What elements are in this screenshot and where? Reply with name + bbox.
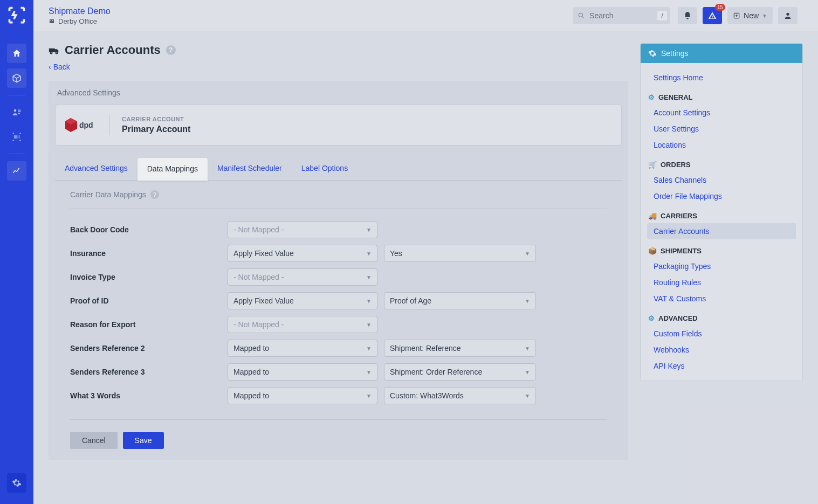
svg-rect-5 (51, 20, 52, 22)
search-icon (578, 12, 585, 19)
select-back-door[interactable]: - Not Mapped -▼ (228, 221, 377, 238)
nav-barcode[interactable] (7, 127, 26, 147)
select-sref2-2[interactable]: Shipment: Reference▼ (384, 340, 536, 357)
select-sref2-1[interactable]: Mapped to▼ (228, 340, 377, 357)
chevron-down-icon: ▼ (366, 369, 372, 375)
carrier-card: dpd CARRIER ACCOUNT Primary Account (55, 105, 622, 146)
select-insurance-2[interactable]: Yes▼ (384, 245, 536, 262)
chevron-down-icon: ▼ (366, 346, 372, 351)
nav-package[interactable] (7, 68, 26, 88)
svg-rect-8 (712, 16, 712, 17)
field-label-insurance: Insurance (70, 249, 228, 258)
chevron-down-icon: ▼ (525, 393, 530, 399)
advanced-settings-panel: Advanced Settings dpd CARRIER ACCOUNT Pr… (49, 81, 628, 460)
nav-users[interactable] (7, 102, 26, 122)
select-proof-1[interactable]: Apply Fixed Value▼ (228, 292, 377, 309)
carrier-name: Primary Account (122, 125, 190, 134)
user-menu[interactable] (778, 7, 798, 24)
svg-point-12 (50, 52, 52, 53)
chevron-down-icon: ▼ (366, 274, 372, 280)
link-custom-fields[interactable]: Custom Fields (641, 326, 802, 342)
dpd-logo: dpd (65, 116, 98, 134)
link-account-settings[interactable]: Account Settings (641, 105, 802, 121)
nav-settings[interactable] (7, 473, 26, 493)
chevron-down-icon: ▼ (366, 322, 372, 328)
tab-data-mappings[interactable]: Data Mappings (138, 158, 208, 181)
svg-point-7 (579, 13, 582, 17)
notifications-button[interactable] (678, 7, 697, 24)
section-title: Carrier Data Mappings ? (70, 190, 607, 199)
nav-analytics[interactable] (7, 161, 26, 181)
panel-title: Advanced Settings (49, 81, 628, 105)
search-input[interactable] (573, 7, 670, 24)
svg-rect-2 (18, 112, 20, 113)
link-settings-home[interactable]: Settings Home (641, 70, 802, 86)
link-api-keys[interactable]: API Keys (641, 358, 802, 374)
settings-panel: Settings Settings Home ⚙GENERAL Account … (640, 43, 803, 381)
select-reason[interactable]: - Not Mapped -▼ (228, 316, 377, 333)
select-w3w-2[interactable]: Custom: What3Words▼ (384, 387, 536, 404)
field-label-w3w: What 3 Words (70, 391, 228, 400)
building-icon (49, 18, 55, 24)
cancel-button[interactable]: Cancel (70, 432, 118, 449)
link-order-file-mappings[interactable]: Order File Mappings (641, 188, 802, 204)
search-kbd: / (657, 11, 667, 20)
field-label-invoice: Invoice Type (70, 273, 228, 281)
link-locations[interactable]: Locations (641, 137, 802, 153)
help-icon[interactable]: ? (166, 45, 176, 55)
gear-icon (648, 49, 657, 58)
gear-icon: ⚙ (648, 93, 655, 101)
chevron-down-icon: ▼ (366, 393, 372, 399)
link-sales-channels[interactable]: Sales Channels (641, 172, 802, 188)
nav-home[interactable] (7, 44, 26, 63)
chevron-down-icon: ▼ (525, 298, 530, 304)
cart-icon: 🛒 (648, 161, 657, 169)
location-label: Derby Office (58, 17, 97, 25)
chevron-down-icon: ▼ (366, 298, 372, 304)
link-user-settings[interactable]: User Settings (641, 121, 802, 137)
select-proof-2[interactable]: Proof of Age▼ (384, 292, 536, 309)
link-vat-customs[interactable]: VAT & Customs (641, 291, 802, 307)
save-button[interactable]: Save (123, 432, 164, 449)
chevron-down-icon: ▼ (366, 227, 372, 233)
svg-text:dpd: dpd (79, 121, 93, 129)
link-routing-rules[interactable]: Routing Rules (641, 274, 802, 291)
tabs: Advanced Settings Data Mappings Manifest… (55, 157, 622, 181)
link-carrier-accounts[interactable]: Carrier Accounts (647, 223, 796, 239)
chevron-down-icon: ▼ (366, 251, 372, 257)
select-insurance-1[interactable]: Apply Fixed Value▼ (228, 245, 377, 262)
tab-advanced-settings[interactable]: Advanced Settings (55, 157, 138, 180)
chevron-down-icon: ▼ (525, 346, 530, 351)
svg-point-0 (14, 109, 17, 112)
back-link[interactable]: ‹ Back (49, 63, 70, 71)
app-title[interactable]: Shipmate Demo (49, 6, 111, 16)
svg-point-11 (786, 13, 789, 16)
select-invoice[interactable]: - Not Mapped -▼ (228, 268, 377, 286)
svg-rect-4 (50, 19, 54, 23)
select-w3w-1[interactable]: Mapped to▼ (228, 387, 377, 404)
svg-rect-1 (18, 110, 20, 111)
new-button[interactable]: New ▼ (727, 7, 773, 24)
select-sref3-1[interactable]: Mapped to▼ (228, 363, 377, 381)
alerts-badge: 15 (715, 4, 725, 11)
link-webhooks[interactable]: Webhooks (641, 342, 802, 358)
search-field[interactable]: / (573, 7, 670, 24)
field-label-sref3: Senders Reference 3 (70, 368, 228, 376)
sliders-icon: ⚙ (648, 314, 655, 322)
left-nav (0, 0, 33, 504)
select-sref3-2[interactable]: Shipment: Order Reference▼ (384, 363, 536, 381)
truck-icon: 🚚 (648, 212, 657, 220)
chevron-down-icon: ▼ (525, 251, 530, 257)
chevron-down-icon: ▼ (525, 369, 530, 375)
alerts-button[interactable]: 15 (703, 7, 722, 24)
link-packaging-types[interactable]: Packaging Types (641, 258, 802, 274)
field-label-proof: Proof of ID (70, 296, 228, 305)
page-title: Carrier Accounts ? (49, 43, 628, 57)
svg-rect-3 (18, 113, 20, 114)
help-icon[interactable]: ? (150, 190, 159, 199)
tab-manifest-scheduler[interactable]: Manifest Scheduler (208, 157, 292, 180)
settings-panel-header: Settings (641, 44, 802, 63)
carrier-label: CARRIER ACCOUNT (122, 116, 190, 122)
tab-label-options[interactable]: Label Options (292, 157, 358, 180)
field-label-reason: Reason for Export (70, 320, 228, 329)
